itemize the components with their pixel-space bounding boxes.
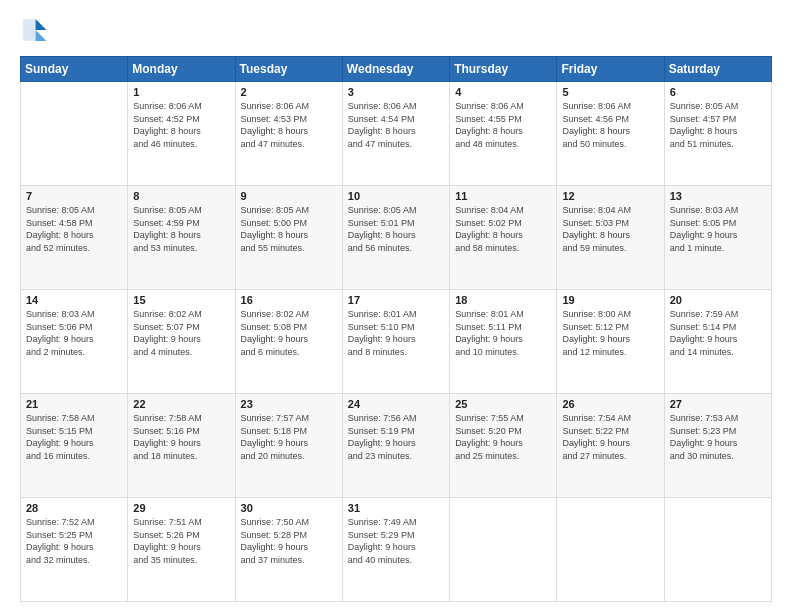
day-info: Sunrise: 8:03 AM Sunset: 5:05 PM Dayligh…	[670, 204, 766, 254]
day-info: Sunrise: 7:49 AM Sunset: 5:29 PM Dayligh…	[348, 516, 444, 566]
day-cell: 3Sunrise: 8:06 AM Sunset: 4:54 PM Daylig…	[342, 82, 449, 186]
svg-marker-1	[36, 30, 47, 41]
day-info: Sunrise: 8:01 AM Sunset: 5:11 PM Dayligh…	[455, 308, 551, 358]
week-row-4: 21Sunrise: 7:58 AM Sunset: 5:15 PM Dayli…	[21, 394, 772, 498]
day-number: 24	[348, 398, 444, 410]
col-header-sunday: Sunday	[21, 57, 128, 82]
day-number: 2	[241, 86, 337, 98]
day-cell: 8Sunrise: 8:05 AM Sunset: 4:59 PM Daylig…	[128, 186, 235, 290]
day-cell: 22Sunrise: 7:58 AM Sunset: 5:16 PM Dayli…	[128, 394, 235, 498]
day-cell: 4Sunrise: 8:06 AM Sunset: 4:55 PM Daylig…	[450, 82, 557, 186]
day-number: 12	[562, 190, 658, 202]
header-row: SundayMondayTuesdayWednesdayThursdayFrid…	[21, 57, 772, 82]
day-info: Sunrise: 8:05 AM Sunset: 5:00 PM Dayligh…	[241, 204, 337, 254]
header	[20, 16, 772, 44]
day-info: Sunrise: 8:05 AM Sunset: 4:59 PM Dayligh…	[133, 204, 229, 254]
day-number: 17	[348, 294, 444, 306]
day-info: Sunrise: 8:04 AM Sunset: 5:03 PM Dayligh…	[562, 204, 658, 254]
day-number: 5	[562, 86, 658, 98]
day-info: Sunrise: 7:59 AM Sunset: 5:14 PM Dayligh…	[670, 308, 766, 358]
day-number: 8	[133, 190, 229, 202]
day-info: Sunrise: 7:54 AM Sunset: 5:22 PM Dayligh…	[562, 412, 658, 462]
day-info: Sunrise: 7:53 AM Sunset: 5:23 PM Dayligh…	[670, 412, 766, 462]
day-info: Sunrise: 8:06 AM Sunset: 4:55 PM Dayligh…	[455, 100, 551, 150]
day-cell: 9Sunrise: 8:05 AM Sunset: 5:00 PM Daylig…	[235, 186, 342, 290]
day-info: Sunrise: 8:03 AM Sunset: 5:06 PM Dayligh…	[26, 308, 122, 358]
day-cell	[664, 498, 771, 602]
day-info: Sunrise: 7:51 AM Sunset: 5:26 PM Dayligh…	[133, 516, 229, 566]
day-number: 28	[26, 502, 122, 514]
day-number: 11	[455, 190, 551, 202]
week-row-2: 7Sunrise: 8:05 AM Sunset: 4:58 PM Daylig…	[21, 186, 772, 290]
day-cell: 31Sunrise: 7:49 AM Sunset: 5:29 PM Dayli…	[342, 498, 449, 602]
day-number: 23	[241, 398, 337, 410]
svg-marker-0	[36, 19, 47, 30]
day-cell: 25Sunrise: 7:55 AM Sunset: 5:20 PM Dayli…	[450, 394, 557, 498]
day-cell: 5Sunrise: 8:06 AM Sunset: 4:56 PM Daylig…	[557, 82, 664, 186]
day-info: Sunrise: 7:52 AM Sunset: 5:25 PM Dayligh…	[26, 516, 122, 566]
day-number: 30	[241, 502, 337, 514]
day-cell: 23Sunrise: 7:57 AM Sunset: 5:18 PM Dayli…	[235, 394, 342, 498]
week-row-5: 28Sunrise: 7:52 AM Sunset: 5:25 PM Dayli…	[21, 498, 772, 602]
day-cell	[21, 82, 128, 186]
day-info: Sunrise: 8:02 AM Sunset: 5:07 PM Dayligh…	[133, 308, 229, 358]
day-info: Sunrise: 8:06 AM Sunset: 4:52 PM Dayligh…	[133, 100, 229, 150]
day-info: Sunrise: 7:56 AM Sunset: 5:19 PM Dayligh…	[348, 412, 444, 462]
calendar-table: SundayMondayTuesdayWednesdayThursdayFrid…	[20, 56, 772, 602]
day-info: Sunrise: 7:50 AM Sunset: 5:28 PM Dayligh…	[241, 516, 337, 566]
day-number: 18	[455, 294, 551, 306]
day-number: 16	[241, 294, 337, 306]
day-info: Sunrise: 8:06 AM Sunset: 4:54 PM Dayligh…	[348, 100, 444, 150]
day-info: Sunrise: 7:57 AM Sunset: 5:18 PM Dayligh…	[241, 412, 337, 462]
day-cell: 14Sunrise: 8:03 AM Sunset: 5:06 PM Dayli…	[21, 290, 128, 394]
logo	[20, 16, 52, 44]
day-cell: 2Sunrise: 8:06 AM Sunset: 4:53 PM Daylig…	[235, 82, 342, 186]
day-number: 15	[133, 294, 229, 306]
day-cell: 12Sunrise: 8:04 AM Sunset: 5:03 PM Dayli…	[557, 186, 664, 290]
page: SundayMondayTuesdayWednesdayThursdayFrid…	[0, 0, 792, 612]
day-number: 22	[133, 398, 229, 410]
day-cell: 26Sunrise: 7:54 AM Sunset: 5:22 PM Dayli…	[557, 394, 664, 498]
day-number: 26	[562, 398, 658, 410]
col-header-tuesday: Tuesday	[235, 57, 342, 82]
day-cell: 21Sunrise: 7:58 AM Sunset: 5:15 PM Dayli…	[21, 394, 128, 498]
day-info: Sunrise: 8:06 AM Sunset: 4:53 PM Dayligh…	[241, 100, 337, 150]
day-number: 29	[133, 502, 229, 514]
day-cell: 10Sunrise: 8:05 AM Sunset: 5:01 PM Dayli…	[342, 186, 449, 290]
day-info: Sunrise: 8:05 AM Sunset: 4:57 PM Dayligh…	[670, 100, 766, 150]
day-number: 31	[348, 502, 444, 514]
day-info: Sunrise: 8:02 AM Sunset: 5:08 PM Dayligh…	[241, 308, 337, 358]
day-cell: 11Sunrise: 8:04 AM Sunset: 5:02 PM Dayli…	[450, 186, 557, 290]
svg-rect-2	[23, 19, 35, 41]
week-row-1: 1Sunrise: 8:06 AM Sunset: 4:52 PM Daylig…	[21, 82, 772, 186]
day-number: 4	[455, 86, 551, 98]
day-number: 19	[562, 294, 658, 306]
day-cell	[450, 498, 557, 602]
day-info: Sunrise: 8:04 AM Sunset: 5:02 PM Dayligh…	[455, 204, 551, 254]
day-info: Sunrise: 7:58 AM Sunset: 5:16 PM Dayligh…	[133, 412, 229, 462]
day-cell: 30Sunrise: 7:50 AM Sunset: 5:28 PM Dayli…	[235, 498, 342, 602]
logo-icon	[20, 16, 48, 44]
day-cell: 18Sunrise: 8:01 AM Sunset: 5:11 PM Dayli…	[450, 290, 557, 394]
col-header-saturday: Saturday	[664, 57, 771, 82]
day-cell: 6Sunrise: 8:05 AM Sunset: 4:57 PM Daylig…	[664, 82, 771, 186]
day-number: 27	[670, 398, 766, 410]
day-info: Sunrise: 8:01 AM Sunset: 5:10 PM Dayligh…	[348, 308, 444, 358]
day-info: Sunrise: 7:58 AM Sunset: 5:15 PM Dayligh…	[26, 412, 122, 462]
day-number: 10	[348, 190, 444, 202]
day-cell: 13Sunrise: 8:03 AM Sunset: 5:05 PM Dayli…	[664, 186, 771, 290]
col-header-thursday: Thursday	[450, 57, 557, 82]
col-header-wednesday: Wednesday	[342, 57, 449, 82]
col-header-friday: Friday	[557, 57, 664, 82]
day-cell: 20Sunrise: 7:59 AM Sunset: 5:14 PM Dayli…	[664, 290, 771, 394]
day-cell: 29Sunrise: 7:51 AM Sunset: 5:26 PM Dayli…	[128, 498, 235, 602]
day-cell	[557, 498, 664, 602]
day-cell: 24Sunrise: 7:56 AM Sunset: 5:19 PM Dayli…	[342, 394, 449, 498]
day-number: 1	[133, 86, 229, 98]
day-number: 7	[26, 190, 122, 202]
day-cell: 15Sunrise: 8:02 AM Sunset: 5:07 PM Dayli…	[128, 290, 235, 394]
day-info: Sunrise: 8:06 AM Sunset: 4:56 PM Dayligh…	[562, 100, 658, 150]
day-info: Sunrise: 8:05 AM Sunset: 4:58 PM Dayligh…	[26, 204, 122, 254]
day-number: 14	[26, 294, 122, 306]
day-number: 13	[670, 190, 766, 202]
